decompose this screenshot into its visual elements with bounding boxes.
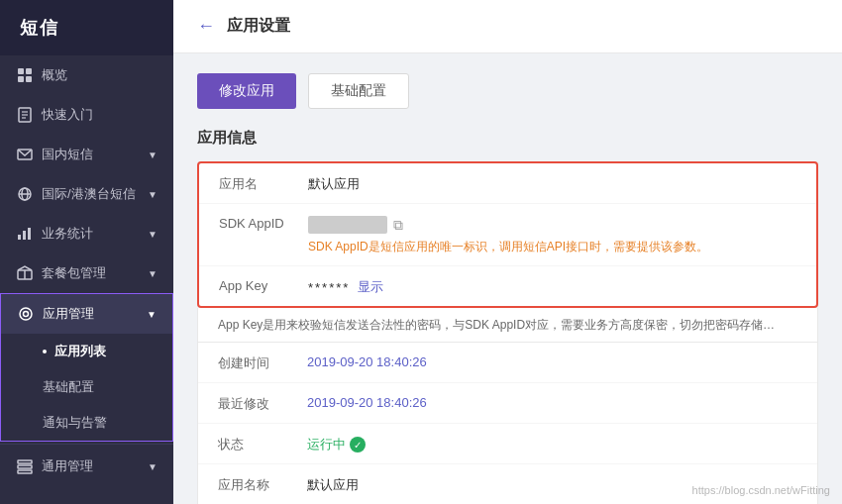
combined-info: 应用名 默认应用 SDK AppID ⧉ SDK AppID是短信应用的唯一标识… <box>197 161 818 504</box>
doc-icon <box>16 106 34 124</box>
sidebar-item-app-mgmt[interactable]: 应用管理 ▼ <box>1 294 172 334</box>
created-label: 创建时间 <box>218 353 307 372</box>
globe-icon <box>16 185 34 203</box>
grid-icon <box>16 66 34 84</box>
svg-rect-2 <box>18 76 24 82</box>
section-title: 应用信息 <box>197 129 818 148</box>
action-buttons: 修改应用 基础配置 <box>197 73 818 109</box>
svg-rect-3 <box>26 76 32 82</box>
sidebar-item-label: 通用管理 <box>42 457 93 475</box>
sidebar-header: 短信 <box>0 0 173 55</box>
app-name2-row: 应用名称 默认应用 <box>198 464 817 504</box>
created-time-row: 创建时间 2019-09-20 18:40:26 <box>198 343 817 383</box>
appkey-value-area: ****** 显示 <box>308 276 796 296</box>
svg-rect-0 <box>18 68 24 74</box>
copy-icon[interactable]: ⧉ <box>393 217 403 234</box>
appkey-overflow-note: App Key是用来校验短信发送合法性的密码，与SDK AppID对应，需要业务… <box>197 308 818 343</box>
created-value: 2019-09-20 18:40:26 <box>307 353 797 369</box>
chevron-down-icon: ▼ <box>148 229 158 240</box>
sidebar-item-label: 套餐包管理 <box>42 264 106 282</box>
package-icon <box>16 264 34 282</box>
modify-app-button[interactable]: 修改应用 <box>197 73 296 109</box>
status-row: 状态 运行中 ✓ <box>198 424 817 464</box>
sidebar-sub-item-label: 通知与告警 <box>43 414 107 432</box>
svg-rect-14 <box>28 228 31 240</box>
sidebar-item-label: 业务统计 <box>42 225 93 243</box>
appkey-label: App Key <box>219 276 308 293</box>
sidebar-item-label: 应用管理 <box>43 305 94 323</box>
app-name-label: 应用名 <box>219 173 308 193</box>
envelope-icon <box>16 146 34 163</box>
svg-rect-1 <box>26 68 32 74</box>
sdk-appid-row: ⧉ <box>308 216 796 234</box>
sidebar-item-label: 快速入门 <box>42 106 93 124</box>
app-info-card: 应用名 默认应用 SDK AppID ⧉ SDK AppID是短信应用的唯一标识… <box>197 161 818 308</box>
chevron-down-icon: ▼ <box>148 461 158 472</box>
sidebar-item-label: 概览 <box>42 66 67 84</box>
sidebar-item-packages[interactable]: 套餐包管理 ▼ <box>0 253 173 293</box>
chevron-down-icon: ▼ <box>148 189 158 200</box>
divider <box>0 444 173 445</box>
appkey-note-text: App Key是用来校验短信发送合法性的密码，与SDK AppID对应，需要业务… <box>218 318 763 332</box>
appkey-row-container: App Key ****** 显示 <box>199 266 816 306</box>
sidebar-item-label: 国内短信 <box>42 146 93 163</box>
svg-rect-21 <box>18 470 32 473</box>
app-name-row: 应用名 默认应用 <box>199 163 816 204</box>
bottom-detail-section: 创建时间 2019-09-20 18:40:26 最近修改 2019-09-20… <box>197 343 818 504</box>
svg-rect-13 <box>23 231 26 240</box>
content-area: 修改应用 基础配置 应用信息 应用名 默认应用 SDK AppID <box>173 53 842 504</box>
sdk-appid-row-container: SDK AppID ⧉ SDK AppID是短信应用的唯一标识，调用短信API接… <box>199 204 816 266</box>
status-label: 状态 <box>218 434 307 454</box>
sidebar-item-label: 国际/港澳台短信 <box>42 185 136 203</box>
sidebar-sub-item-label: 应用列表 <box>54 343 106 360</box>
sidebar-item-domestic[interactable]: 国内短信 ▼ <box>0 135 173 174</box>
status-check-icon: ✓ <box>350 437 366 453</box>
app-name-value: 默认应用 <box>308 173 796 193</box>
basic-config-button[interactable]: 基础配置 <box>308 73 409 109</box>
sidebar-sub-item-app-list[interactable]: 应用列表 <box>1 334 172 369</box>
sidebar-sub-item-notifications[interactable]: 通知与告警 <box>1 405 172 441</box>
svg-point-18 <box>24 312 29 317</box>
chevron-down-icon: ▼ <box>148 150 158 160</box>
sdk-note: SDK AppID是短信应用的唯一标识，调用短信API接口时，需要提供该参数。 <box>308 238 796 255</box>
sidebar-sub-item-basic-config[interactable]: 基础配置 <box>1 369 172 405</box>
sidebar-item-general-mgmt[interactable]: 通用管理 ▼ <box>0 447 173 486</box>
chevron-down-icon: ▼ <box>148 268 158 279</box>
sidebar-item-overview[interactable]: 概览 <box>0 55 173 95</box>
sidebar-sub-item-label: 基础配置 <box>43 378 94 396</box>
svg-rect-19 <box>18 460 32 463</box>
app-name2-value: 默认应用 <box>307 474 797 494</box>
status-value: 运行中 ✓ <box>307 434 797 454</box>
sidebar: 短信 概览 快速入门 国内短信 ▼ 国际/港澳台短信 ▼ 业务统计 ▼ <box>0 0 173 504</box>
settings-icon <box>16 457 34 475</box>
back-button[interactable]: ← <box>197 16 215 37</box>
appkey-stars: ****** <box>308 280 350 295</box>
app-name2-label: 应用名称 <box>218 474 307 494</box>
show-appkey-link[interactable]: 显示 <box>358 278 383 296</box>
app-icon <box>17 305 35 323</box>
sidebar-item-stats[interactable]: 业务统计 ▼ <box>0 214 173 253</box>
page-title: 应用设置 <box>227 16 290 37</box>
sdk-appid-value-area: ⧉ SDK AppID是短信应用的唯一标识，调用短信API接口时，需要提供该参数… <box>308 214 796 255</box>
status-text: 运行中 <box>307 436 346 454</box>
modified-label: 最近修改 <box>218 393 307 413</box>
sdk-appid-label: SDK AppID <box>219 214 308 231</box>
sidebar-item-quickstart[interactable]: 快速入门 <box>0 95 173 135</box>
sidebar-item-intl[interactable]: 国际/港澳台短信 ▼ <box>0 174 173 214</box>
sdk-appid-blurred <box>308 216 387 234</box>
appkey-row: ****** 显示 <box>308 278 796 296</box>
modified-time-row: 最近修改 2019-09-20 18:40:26 <box>198 383 817 424</box>
svg-point-17 <box>20 308 32 320</box>
chevron-down-icon: ▼ <box>147 309 157 320</box>
page-header: ← 应用设置 <box>173 0 842 53</box>
modified-value: 2019-09-20 18:40:26 <box>307 393 797 410</box>
svg-rect-12 <box>18 235 21 240</box>
svg-rect-20 <box>18 465 32 468</box>
chart-icon <box>16 225 34 243</box>
main-content: ← 应用设置 修改应用 基础配置 应用信息 应用名 默认应用 SDK AppID <box>173 0 842 504</box>
